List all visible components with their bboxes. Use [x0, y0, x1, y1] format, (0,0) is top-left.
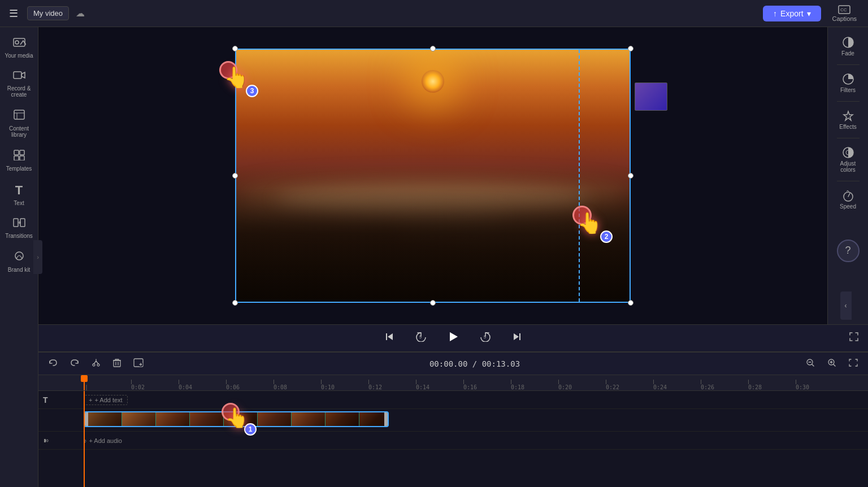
video-clip[interactable]	[84, 411, 389, 427]
menu-button[interactable]: ☰	[7, 5, 20, 22]
ruler-mark-1: 0:02	[131, 380, 179, 390]
templates-icon	[13, 149, 25, 163]
timeline-ruler[interactable]: | 0:02 0:04 0:06	[38, 375, 868, 391]
timeline-section: 00:00.00 / 00:13.03 |	[38, 351, 868, 487]
sidebar-label-templates: Templates	[6, 166, 32, 172]
track-audio: ♪ + Add audio	[38, 432, 868, 450]
fullscreen-button[interactable]	[849, 332, 859, 345]
sidebar-item-record[interactable]: Record &create	[2, 66, 36, 102]
add-to-timeline-button[interactable]	[130, 356, 147, 371]
ruler-mark-9: 0:18	[511, 380, 558, 390]
track-video: 👆 1	[38, 409, 868, 432]
add-audio-button[interactable]: ♪ + Add audio	[84, 437, 122, 444]
timeline-playhead-ruler	[84, 375, 85, 390]
svg-rect-9	[20, 150, 24, 155]
sidebar-label-record: Record &create	[7, 85, 31, 98]
video-title[interactable]: My video	[27, 6, 69, 20]
clip-right-handle[interactable]	[384, 412, 388, 426]
zoom-out-button[interactable]	[802, 356, 818, 371]
svg-rect-11	[20, 156, 24, 160]
sidebar-label-content-library: Content library	[5, 125, 34, 138]
right-panel-collapse[interactable]: ‹	[840, 292, 852, 320]
svg-rect-8	[14, 150, 19, 155]
right-panel-divider-2	[837, 101, 860, 102]
captions-button[interactable]: CC Captions	[828, 5, 861, 22]
selection-handle-tr[interactable]	[628, 46, 633, 51]
track-audio-label	[38, 437, 84, 445]
svg-rect-20	[386, 333, 387, 340]
redo-button[interactable]	[67, 357, 83, 371]
undo-button[interactable]	[45, 357, 61, 371]
track-text-label: T	[38, 395, 84, 405]
track-video-content[interactable]: 👆 1	[84, 409, 868, 432]
cut-button[interactable]	[88, 356, 104, 371]
clip-thumb-1	[88, 412, 122, 426]
clip-thumb-2	[122, 412, 156, 426]
selection-handle-bl[interactable]	[232, 300, 238, 306]
play-pause-button[interactable]	[442, 328, 464, 349]
track-text-content[interactable]: + + Add text	[84, 391, 868, 408]
sidebar-item-templates[interactable]: Templates	[2, 145, 36, 176]
add-audio-label: + Add audio	[89, 437, 122, 444]
adjust-colors-icon	[842, 146, 854, 159]
svg-rect-23	[519, 333, 520, 340]
ruler-mark-13: 0:26	[701, 380, 748, 390]
fit-to-window-button[interactable]	[845, 356, 861, 371]
filters-icon	[842, 73, 854, 85]
selection-handle-bm[interactable]	[430, 300, 436, 306]
selection-handle-rm[interactable]	[628, 173, 633, 179]
topbar: ☰ My video ☁ ↑ Export ▾ CC Captions	[0, 0, 868, 27]
fullscreen-icon	[849, 332, 859, 342]
selection-handle-tm[interactable]	[430, 46, 436, 51]
selection-handle-lm[interactable]	[232, 173, 238, 179]
right-panel-fade[interactable]: Fade	[830, 32, 866, 61]
sidebar-item-content-library[interactable]: Content library	[2, 105, 36, 142]
right-panel-effects[interactable]: Effects	[830, 105, 866, 134]
selection-handle-br[interactable]	[628, 300, 633, 306]
right-panel-filters[interactable]: Filters	[830, 68, 866, 98]
ruler-mark-6: 0:12	[368, 380, 416, 390]
sidebar-label-transitions: Transitions	[5, 233, 33, 239]
export-button[interactable]: ↑ Export ▾	[763, 6, 821, 21]
zoom-in-button[interactable]	[824, 356, 840, 371]
right-panel-adjust-colors[interactable]: Adjust colors	[830, 142, 866, 177]
sidebar-label-text: Text	[14, 200, 24, 206]
captions-icon: CC	[838, 5, 850, 14]
track-audio-content[interactable]: ♪ + Add audio	[84, 432, 868, 449]
help-button[interactable]: ?	[837, 240, 860, 262]
ruler-mark-7: 0:14	[416, 380, 463, 390]
preview-canvas[interactable]: 16:9	[38, 27, 827, 324]
forward-5s-button[interactable]: 5	[475, 329, 496, 347]
your-media-icon	[12, 36, 26, 50]
transitions-icon	[13, 218, 25, 231]
record-icon	[13, 70, 25, 83]
playback-bar: 5 5	[38, 324, 868, 351]
clip-thumbnails	[88, 412, 384, 426]
clip-thumb-9	[359, 412, 384, 426]
rewind-5s-button[interactable]: 5	[411, 329, 431, 347]
playhead-top	[81, 375, 88, 382]
ruler-mark-15: 0:30	[796, 380, 843, 390]
right-panel-speed[interactable]: Speed	[830, 185, 866, 214]
plus-icon: +	[89, 397, 92, 403]
clip-thumb-6	[258, 412, 292, 426]
selection-handle-tl[interactable]	[232, 46, 238, 51]
sidebar-item-transitions[interactable]: Transitions	[2, 213, 36, 244]
skip-end-icon	[511, 332, 522, 342]
content-library-icon	[13, 109, 25, 123]
svg-text:5: 5	[419, 335, 422, 339]
skip-to-start-button[interactable]	[380, 329, 400, 347]
add-text-button[interactable]: + + Add text	[84, 395, 128, 405]
sidebar-collapse-handle[interactable]: ›	[33, 240, 42, 274]
ruler-mark-11: 0:22	[606, 380, 653, 390]
sidebar-item-brand-kit[interactable]: Brand kit	[2, 246, 36, 277]
main-area: Your media Record &create Content librar…	[0, 27, 868, 487]
delete-button[interactable]	[110, 356, 124, 371]
video-frame[interactable]: 👆 3 👆 2	[235, 49, 631, 303]
timeline-tracks[interactable]: T + + Add text	[38, 391, 868, 487]
sidebar-item-your-media[interactable]: Your media	[2, 32, 36, 63]
sidebar-item-text[interactable]: T Text	[2, 179, 36, 211]
skip-to-end-button[interactable]	[507, 329, 526, 347]
text-icon: T	[15, 183, 23, 198]
play-icon	[447, 331, 459, 343]
